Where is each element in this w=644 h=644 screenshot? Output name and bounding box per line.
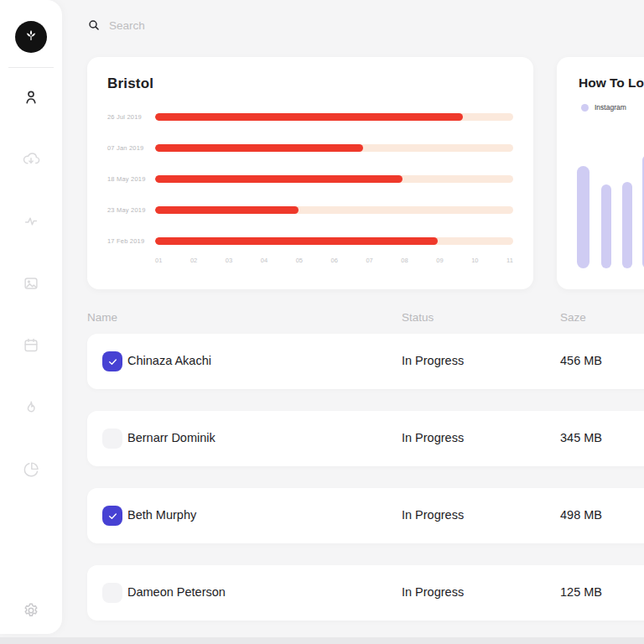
seedling-icon xyxy=(22,26,40,48)
sidebar-item-uploads[interactable] xyxy=(22,152,40,170)
instagram-legend: Instagram xyxy=(581,103,626,112)
bristol-row: 07 Jan 2019 xyxy=(107,144,513,152)
check-icon xyxy=(107,356,118,367)
cell-size: 125 MB xyxy=(560,585,602,599)
pie-chart-icon xyxy=(22,460,40,482)
bristol-bar-fill xyxy=(155,175,402,183)
table-row[interactable]: Dameon Peterson In Progress 125 MB xyxy=(87,565,644,621)
x-axis-tick: 11 xyxy=(506,257,513,264)
x-axis-tick: 09 xyxy=(436,257,443,264)
bristol-x-axis: 0102030405060708091011 xyxy=(155,257,513,264)
instagram-bar xyxy=(577,166,589,268)
cell-name: Chinaza Akachi xyxy=(127,354,211,367)
bristol-row: 26 Jul 2019 xyxy=(107,113,513,121)
topbar xyxy=(87,15,293,35)
cell-size: 345 MB xyxy=(560,431,602,444)
calendar-icon xyxy=(22,336,40,358)
x-axis-tick: 06 xyxy=(331,257,338,264)
cell-status: In Progress xyxy=(402,508,464,522)
x-axis-tick: 02 xyxy=(190,257,197,264)
sidebar-item-activity[interactable] xyxy=(22,214,40,232)
cell-name: Beth Murphy xyxy=(127,508,196,522)
x-axis-tick: 10 xyxy=(471,257,478,264)
x-axis-tick: 01 xyxy=(155,257,162,264)
column-header-name: Name xyxy=(87,311,117,324)
sidebar-item-calendar[interactable] xyxy=(22,338,40,356)
x-axis-tick: 08 xyxy=(401,257,408,264)
bristol-bar-track xyxy=(155,175,513,183)
row-checkbox[interactable] xyxy=(102,428,122,449)
search-input[interactable] xyxy=(109,19,293,32)
app-logo[interactable] xyxy=(15,21,47,53)
user-icon xyxy=(22,88,40,110)
instagram-card-title: How To Lo xyxy=(579,75,644,91)
row-checkbox[interactable] xyxy=(102,506,122,526)
bristol-row: 18 May 2019 xyxy=(107,175,513,183)
bristol-bar-fill xyxy=(155,144,363,152)
bristol-bar-track xyxy=(155,237,513,245)
legend-dot-icon xyxy=(581,104,589,112)
bristol-row-label: 07 Jan 2019 xyxy=(107,144,155,152)
bristol-row-label: 23 May 2019 xyxy=(107,206,155,214)
sidebar-item-popular[interactable] xyxy=(22,400,40,418)
bristol-row: 23 May 2019 xyxy=(107,206,513,214)
bristol-card-title: Bristol xyxy=(107,75,153,92)
bristol-row-label: 26 Jul 2019 xyxy=(107,113,155,121)
bristol-row-label: 17 Feb 2019 xyxy=(107,237,155,245)
sidebar-nav xyxy=(0,90,62,480)
x-axis-tick: 07 xyxy=(366,257,372,264)
sidebar-item-settings[interactable] xyxy=(22,603,40,621)
instagram-bar xyxy=(622,182,632,268)
sidebar xyxy=(0,0,62,634)
column-header-size: Saze xyxy=(560,311,586,324)
flame-icon xyxy=(22,398,40,420)
bottom-strip xyxy=(0,637,644,644)
instagram-plot xyxy=(557,155,644,268)
bristol-bar-fill xyxy=(155,206,299,214)
row-checkbox[interactable] xyxy=(102,351,122,371)
cell-size: 498 MB xyxy=(560,508,602,522)
sidebar-item-stats[interactable] xyxy=(22,462,40,480)
table-row[interactable]: Beth Murphy In Progress 498 MB xyxy=(87,488,644,543)
cloud-download-icon xyxy=(22,150,40,172)
cell-name: Bernarr Dominik xyxy=(127,431,216,444)
activity-icon xyxy=(22,212,40,234)
x-axis-tick: 05 xyxy=(296,257,303,264)
bristol-row: 17 Feb 2019 xyxy=(107,237,513,245)
instagram-bar xyxy=(601,184,611,268)
bristol-rows: 26 Jul 201907 Jan 201918 May 201923 May … xyxy=(107,113,513,245)
table-row[interactable]: Chinaza Akachi In Progress 456 MB xyxy=(87,334,644,389)
cell-size: 456 MB xyxy=(560,354,602,367)
instagram-card: How To Lo Instagram xyxy=(557,57,644,289)
check-icon xyxy=(107,511,118,522)
cell-status: In Progress xyxy=(402,585,464,599)
x-axis-tick: 03 xyxy=(226,257,232,264)
search-icon[interactable] xyxy=(87,18,101,32)
sidebar-item-profile[interactable] xyxy=(22,90,40,108)
bristol-bar-track xyxy=(155,206,513,214)
sidebar-item-gallery[interactable] xyxy=(22,276,40,294)
cell-status: In Progress xyxy=(402,354,464,367)
gear-icon xyxy=(22,601,40,623)
x-axis-tick: 04 xyxy=(261,257,267,264)
row-checkbox[interactable] xyxy=(102,583,122,603)
bristol-bar-fill xyxy=(155,237,438,245)
bristol-bar-track xyxy=(155,113,513,121)
sidebar-divider xyxy=(8,67,54,68)
bristol-card: Bristol 26 Jul 201907 Jan 201918 May 201… xyxy=(87,57,533,289)
table-row[interactable]: Bernarr Dominik In Progress 345 MB xyxy=(87,411,644,466)
bristol-row-label: 18 May 2019 xyxy=(107,175,155,183)
cell-name: Dameon Peterson xyxy=(127,585,226,599)
image-icon xyxy=(22,274,40,296)
bristol-bar-track xyxy=(155,144,513,152)
column-header-status: Status xyxy=(402,311,434,324)
bristol-bar-fill xyxy=(155,113,463,121)
cell-status: In Progress xyxy=(402,431,464,444)
legend-label: Instagram xyxy=(595,103,626,112)
